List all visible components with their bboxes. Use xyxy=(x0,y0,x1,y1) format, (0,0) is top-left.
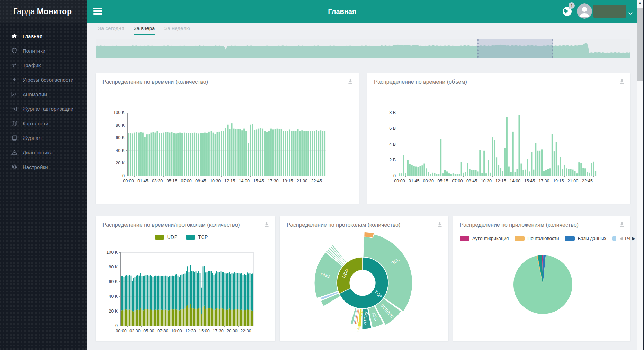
sidebar-item-threats[interactable]: Угрозы безопасности xyxy=(0,72,87,87)
logo-text: Гарда xyxy=(13,7,35,16)
stacked-bar-chart-protocols[interactable]: 020 K40 K60 K80 K100 K00:0002:3005:0007:… xyxy=(102,249,268,336)
download-icon[interactable] xyxy=(618,221,626,229)
app-logo: Гарда Монитор xyxy=(0,0,87,23)
legend-item[interactable]: TCP xyxy=(186,234,208,240)
svg-text:12:15: 12:15 xyxy=(495,179,506,183)
pie-chart-applications[interactable] xyxy=(453,244,630,334)
sidebar-item-journal[interactable]: Журнал xyxy=(0,131,87,145)
svg-text:00:00: 00:00 xyxy=(116,329,126,333)
sidebar-item-settings[interactable]: Настройки xyxy=(0,160,87,174)
svg-text:40 K: 40 K xyxy=(116,148,125,153)
download-icon[interactable] xyxy=(436,221,444,229)
svg-text:15:00: 15:00 xyxy=(199,329,209,333)
svg-text:0: 0 xyxy=(115,323,118,328)
download-icon[interactable] xyxy=(347,78,354,86)
legend-item[interactable]: Базы данных xyxy=(565,236,606,241)
legend-swatch xyxy=(565,236,575,241)
card-title: Распределение по времени (количество) xyxy=(102,79,208,85)
sidebar-item-label: Угрозы безопасности xyxy=(23,77,74,83)
legend-item[interactable]: Почта/новости xyxy=(515,236,559,241)
card-title: Распределение по времени (объем) xyxy=(374,79,467,85)
bar-chart-time-volume[interactable]: 02 B4 B6 B8 B00:0001:4503:3005:1507:0008… xyxy=(374,107,623,188)
svg-text:0: 0 xyxy=(393,173,396,178)
home-icon xyxy=(10,32,18,40)
legend-swatch xyxy=(186,235,195,240)
svg-text:22:45: 22:45 xyxy=(311,179,322,183)
svg-text:20 K: 20 K xyxy=(116,161,125,165)
svg-text:20:00: 20:00 xyxy=(226,329,237,333)
svg-text:07:00: 07:00 xyxy=(181,179,191,183)
sidebar-item-auth-log[interactable]: Журнал авторизации xyxy=(0,101,87,116)
svg-text:17:30: 17:30 xyxy=(213,329,223,333)
sidebar-item-traffic[interactable]: Трафик xyxy=(0,58,87,72)
svg-text:08:45: 08:45 xyxy=(195,179,206,183)
legend-next-page-arrow[interactable]: ▶ xyxy=(632,236,635,241)
sidebar-item-label: Аномалии xyxy=(23,91,47,97)
sidebar-item-label: Трафик xyxy=(23,62,41,68)
download-icon[interactable] xyxy=(618,78,626,86)
svg-text:60 K: 60 K xyxy=(116,135,125,140)
svg-text:05:00: 05:00 xyxy=(143,329,154,333)
bar-chart-time-count[interactable]: 020 K40 K60 K80 K100 K00:0001:4503:3005:… xyxy=(102,107,352,188)
vertical-scrollbar[interactable]: ▲ xyxy=(637,0,643,350)
svg-text:15:45: 15:45 xyxy=(253,179,264,183)
svg-text:05:15: 05:15 xyxy=(167,179,177,183)
tab-week[interactable]: За неделю xyxy=(164,23,190,35)
legend-prev-page-arrow[interactable]: ◀ xyxy=(619,236,623,241)
sidebar-item-policies[interactable]: Политики xyxy=(0,43,87,58)
svg-text:19:15: 19:15 xyxy=(282,179,293,183)
book-icon xyxy=(10,134,18,142)
tab-yesterday[interactable]: За вчера xyxy=(134,23,155,35)
svg-text:17:30: 17:30 xyxy=(538,179,549,183)
svg-text:60 K: 60 K xyxy=(109,279,118,284)
chart-line-icon xyxy=(10,90,18,98)
user-avatar[interactable] xyxy=(577,3,592,19)
svg-text:8 B: 8 B xyxy=(389,110,396,115)
svg-text:0: 0 xyxy=(122,173,125,178)
svg-text:10:30: 10:30 xyxy=(481,179,492,183)
legend-item[interactable]: Аутентификация xyxy=(460,236,509,241)
svg-text:22:30: 22:30 xyxy=(240,329,251,333)
svg-text:21:00: 21:00 xyxy=(297,179,307,183)
svg-text:14:00: 14:00 xyxy=(239,179,250,183)
user-name-box[interactable] xyxy=(593,5,626,18)
timeline-brush-selection[interactable] xyxy=(477,39,554,58)
time-range-tabs: За сегодняЗа вчераЗа неделю xyxy=(98,23,199,35)
card-title: Распределение по протоколам (количество) xyxy=(287,222,400,228)
svg-text:03:30: 03:30 xyxy=(152,179,163,183)
sunburst-chart-protocols[interactable]: UDPTCPSSLDCERPCNFSHTTPSelasticsearchDNS xyxy=(280,230,448,341)
svg-text:02:30: 02:30 xyxy=(129,329,140,333)
sidebar-item-network-map[interactable]: Карта сети xyxy=(0,116,87,131)
header: Главная 1 xyxy=(87,0,637,23)
svg-text:100 K: 100 K xyxy=(113,110,125,115)
download-icon[interactable] xyxy=(263,221,270,229)
globe-notifications-icon[interactable]: 1 xyxy=(562,5,573,17)
svg-text:10:30: 10:30 xyxy=(210,179,221,183)
notification-badge: 1 xyxy=(569,2,575,9)
menu-toggle-button[interactable] xyxy=(93,8,102,16)
map-icon xyxy=(10,119,18,127)
legend-page-indicator: 1/4 xyxy=(624,236,630,241)
tab-today[interactable]: За сегодня xyxy=(98,23,124,35)
scroll-up-arrow[interactable]: ▲ xyxy=(637,0,643,6)
svg-text:20 K: 20 K xyxy=(109,309,118,314)
shield-icon xyxy=(10,47,18,54)
scrollbar-thumb[interactable] xyxy=(637,8,643,81)
svg-text:14:00: 14:00 xyxy=(510,179,520,183)
sidebar-item-label: Главная xyxy=(23,33,42,39)
card-time-protocols: Распределение по времени/протоколам (кол… xyxy=(96,216,275,341)
sidebar-item-anomalies[interactable]: Аномалии xyxy=(0,87,87,101)
sidebar-nav: ГлавнаяПолитикиТрафикУгрозы безопасности… xyxy=(0,23,87,174)
svg-text:00:00: 00:00 xyxy=(123,179,134,183)
sidebar-item-home[interactable]: Главная xyxy=(0,29,87,43)
svg-text:07:00: 07:00 xyxy=(452,179,463,183)
legend-label: UDP xyxy=(167,234,178,240)
legend-swatch xyxy=(155,235,164,240)
svg-text:6 B: 6 B xyxy=(389,126,396,131)
svg-text:40 K: 40 K xyxy=(109,294,118,299)
sidebar-item-diagnostics[interactable]: Диагностика xyxy=(0,145,87,160)
app-window: Гарда Монитор ГлавнаяПолитикиТрафикУгроз… xyxy=(0,0,644,350)
legend-item[interactable]: UDP xyxy=(155,234,178,240)
svg-text:19:15: 19:15 xyxy=(553,179,564,183)
chevron-down-icon[interactable] xyxy=(628,10,633,16)
